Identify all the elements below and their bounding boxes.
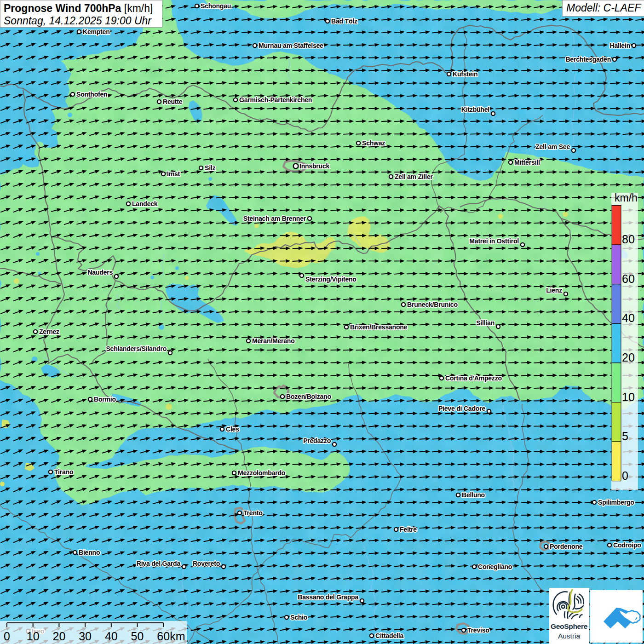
- city-marker: [440, 376, 443, 380]
- legend-color-step: [612, 284, 621, 324]
- legend-step-label: 0: [622, 469, 628, 482]
- city: Meran/Merano: [247, 337, 295, 345]
- city-marker: [88, 397, 92, 401]
- city-marker: [389, 175, 393, 178]
- geosphere-name: GeoSphere: [551, 622, 588, 630]
- city-marker: [326, 19, 329, 23]
- city-marker: [333, 443, 336, 446]
- city-label: Schio: [290, 614, 307, 621]
- city-marker: [360, 599, 364, 603]
- city-label: Predazzo: [303, 437, 331, 444]
- model-label: Modell: C-LAEF: [566, 2, 642, 14]
- city-label: Lienz: [546, 287, 562, 294]
- city-label: Bormio: [94, 396, 116, 403]
- city: Spilimbergo: [592, 499, 634, 506]
- city-marker: [487, 409, 491, 413]
- city-marker: [356, 141, 360, 145]
- city-marker: [199, 166, 203, 170]
- city-label: Hallein: [610, 42, 630, 49]
- city-label: Berchtesgaden: [565, 56, 611, 63]
- city-marker: [126, 202, 130, 206]
- city-label: Sterzing/Vipiteno: [305, 276, 356, 283]
- city-label: Landeck: [132, 200, 158, 207]
- legend-step-label: 60: [622, 272, 635, 285]
- city-label: Mezzolombardo: [238, 469, 285, 477]
- city-label: Brixen/Bressanone: [350, 323, 408, 331]
- city-label: Cittadella: [375, 632, 403, 639]
- city-label: Trento: [243, 509, 263, 517]
- legend: km/h 806040201050: [611, 192, 638, 490]
- city-marker: [462, 628, 466, 632]
- city: Brixen/Bressanone: [345, 323, 408, 331]
- city-marker: [234, 98, 237, 102]
- city-marker: [592, 500, 596, 504]
- geosphere-country: Austria: [558, 632, 581, 640]
- city-marker: [195, 4, 199, 8]
- title-box: Prognose Wind 700hPa [km/h] Sonntag, 14.…: [0, 0, 162, 28]
- city: Pordenone: [544, 543, 583, 550]
- city-label: Silz: [205, 164, 216, 172]
- city-label: Bassano del Grappa: [298, 593, 358, 601]
- city: Schongau: [195, 2, 231, 10]
- city-marker: [572, 149, 575, 152]
- scalebar-label: 20: [52, 630, 65, 643]
- city-marker: [370, 634, 374, 638]
- city-label: Imst: [167, 170, 180, 178]
- legend-unit-label: km/h: [615, 192, 638, 204]
- map-datetime: Sonntag, 14.12.2025 19:00 Uhr: [4, 15, 152, 27]
- city-marker: [281, 395, 284, 398]
- city-label: Schlanders/Silandro: [106, 345, 167, 352]
- city-label: Schongau: [201, 2, 231, 10]
- legend-color-step: [612, 206, 621, 245]
- city-label: Pordenone: [550, 543, 583, 550]
- city-label: Bozen/Bolzano: [286, 393, 331, 400]
- city: Murnau am Staffelsee: [253, 42, 323, 49]
- city-label: Pieve di Cadore: [438, 405, 485, 412]
- city-marker: [613, 58, 616, 61]
- city-label: Tirano: [54, 468, 73, 476]
- city: Berchtesgaden: [565, 56, 616, 63]
- city-marker: [632, 44, 636, 47]
- mountain-cloud-logo: [590, 590, 643, 643]
- scalebar-label: 30: [79, 630, 92, 643]
- city-label: Belluno: [462, 491, 485, 499]
- scalebar-unit: km: [170, 630, 185, 643]
- city-marker: [447, 72, 451, 76]
- city: Mezzolombardo: [232, 469, 285, 477]
- city-marker: [34, 330, 37, 334]
- city-label: Matrei in Osttirol: [469, 237, 519, 245]
- scalebar-label: 60: [157, 630, 170, 643]
- legend-step-label: 10: [622, 391, 635, 403]
- weather-map-stage: SchongauBad TölzKemptenMurnau am Staffel…: [0, 0, 644, 644]
- city-marker: [564, 292, 568, 296]
- city-marker: [345, 325, 348, 329]
- city: Cortina d'Ampezzo: [440, 374, 502, 382]
- city-marker: [182, 565, 186, 569]
- city-label: Bad Tölz: [331, 17, 357, 25]
- city-label: Rovereto: [193, 560, 220, 567]
- city-marker: [608, 543, 611, 547]
- city-label: Kempten: [83, 28, 110, 35]
- city: Garmisch-Partenkirchen: [234, 96, 312, 104]
- scale-bar: 0102030405060km: [0, 621, 187, 644]
- city-label: Kitzbühel: [461, 106, 489, 113]
- city-marker: [49, 470, 52, 474]
- city-marker: [285, 615, 288, 619]
- city-marker: [115, 275, 118, 278]
- city-label: Zell am See: [535, 143, 570, 150]
- scalebar-label: 50: [131, 630, 144, 643]
- city-label: Spilimbergo: [598, 499, 634, 506]
- city-label: Zell am Ziller: [395, 173, 433, 180]
- city-marker: [300, 274, 304, 277]
- city-marker: [222, 565, 225, 569]
- city-marker: [472, 565, 476, 569]
- legend-color-step: [612, 245, 621, 284]
- city-marker: [168, 351, 172, 355]
- city-marker: [394, 528, 398, 531]
- scalebar-label: 10: [27, 630, 40, 643]
- city-label: Zernez: [39, 328, 59, 335]
- city-label: Schwaz: [362, 139, 385, 147]
- city-marker: [521, 243, 524, 247]
- city-label: Conegliano: [478, 563, 512, 570]
- city-marker: [220, 427, 224, 431]
